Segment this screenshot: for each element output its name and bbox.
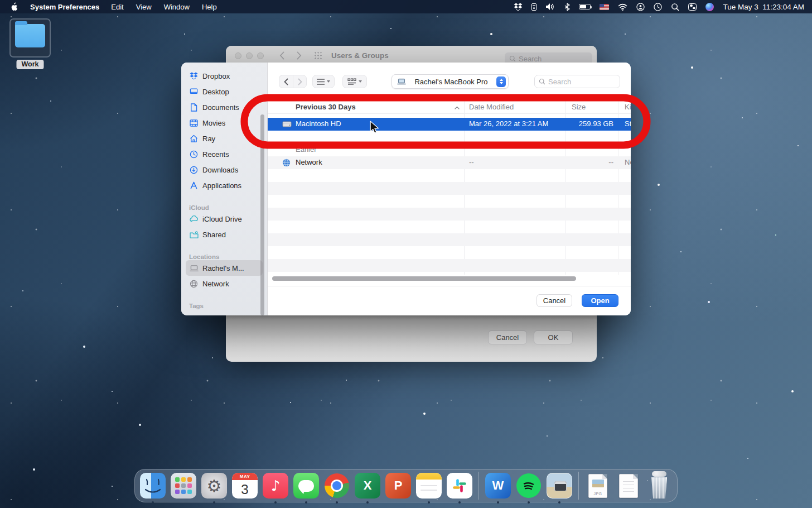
sidebar-item-desktop[interactable]: Desktop bbox=[186, 84, 263, 99]
dock-item-music[interactable]: ♪ bbox=[263, 473, 288, 499]
dropbox-icon[interactable] bbox=[509, 0, 527, 13]
file-row-network[interactable]: Network -- -- Ne bbox=[268, 156, 631, 169]
dock-item-calendar[interactable]: MAY 3 bbox=[232, 473, 258, 499]
group-header-previous-30-days[interactable]: Previous 30 Days bbox=[296, 103, 356, 111]
sidebar-item-icloud-drive[interactable]: iCloud Drive bbox=[186, 211, 263, 227]
clock-icon[interactable] bbox=[649, 0, 666, 13]
sidebar-item-documents[interactable]: Documents bbox=[186, 99, 263, 115]
list-view-icon bbox=[317, 79, 325, 85]
dock-item-screenshot-preview[interactable] bbox=[547, 473, 572, 499]
document-icon bbox=[189, 103, 199, 112]
spotlight-search-icon[interactable] bbox=[666, 0, 684, 13]
dock-item-csv-file[interactable] bbox=[616, 473, 641, 499]
dock-item-slack[interactable] bbox=[447, 473, 472, 499]
file-name: Macintosh HD bbox=[296, 119, 341, 128]
jpg-label: JPG bbox=[589, 492, 607, 496]
word-icon: W bbox=[485, 473, 511, 499]
dialog-search-field[interactable] bbox=[534, 75, 620, 88]
file-row-macintosh-hd[interactable]: Macintosh HD Mar 26, 2022 at 3:21 AM 259… bbox=[268, 118, 631, 131]
menu-edit[interactable]: Edit bbox=[105, 0, 129, 13]
horizontal-scrollbar[interactable] bbox=[272, 276, 576, 281]
file-kind: St bbox=[625, 119, 631, 128]
control-center-icon[interactable] bbox=[684, 0, 701, 13]
location-popup-button[interactable]: Rachel's MacBook Pro bbox=[392, 74, 509, 89]
dock-item-launchpad[interactable] bbox=[171, 473, 196, 499]
menu-bar-clock[interactable]: Tue May 3 11:23:04 AM bbox=[718, 3, 812, 11]
dock-item-word[interactable]: W bbox=[485, 473, 511, 499]
app-menu-title[interactable]: System Preferences bbox=[25, 0, 105, 13]
bg-ok-button[interactable]: OK bbox=[534, 330, 573, 344]
sidebar-item-applications[interactable]: Applications bbox=[186, 178, 263, 193]
empty-row-stripe bbox=[268, 233, 631, 246]
excel-icon: X bbox=[355, 473, 380, 499]
notes-icon bbox=[416, 473, 442, 499]
dock-item-finder[interactable] bbox=[140, 473, 166, 499]
sidebar-item-home-ray[interactable]: Ray bbox=[186, 131, 263, 146]
sidebar-item-dropbox[interactable]: Dropbox bbox=[186, 68, 263, 84]
dock-item-powerpoint[interactable]: P bbox=[385, 473, 411, 499]
column-header-size[interactable]: Size bbox=[572, 103, 586, 111]
column-header-date-modified[interactable]: Date Modified bbox=[469, 103, 514, 111]
menu-help[interactable]: Help bbox=[196, 0, 223, 13]
open-button[interactable]: Open bbox=[582, 294, 618, 307]
music-icon: ♪ bbox=[263, 473, 288, 499]
volume-icon[interactable] bbox=[541, 0, 560, 13]
sidebar-item-movies[interactable]: Movies bbox=[186, 115, 263, 131]
sidebar-item-downloads[interactable]: Downloads bbox=[186, 162, 263, 178]
pill-bottle-icon[interactable] bbox=[527, 0, 541, 13]
sidebar-item-label: Ray bbox=[202, 135, 215, 143]
wifi-icon[interactable] bbox=[613, 0, 632, 13]
battery-icon[interactable] bbox=[574, 0, 595, 13]
sort-chevron-icon[interactable] bbox=[455, 106, 460, 109]
bg-cancel-button[interactable]: Cancel bbox=[488, 330, 527, 344]
system-preferences-icon: ⚙ bbox=[201, 473, 227, 499]
us-flag-icon[interactable] bbox=[595, 0, 613, 13]
sidebar-item-shared[interactable]: Shared bbox=[186, 227, 263, 242]
search-placeholder: Search bbox=[519, 55, 542, 63]
siri-icon[interactable] bbox=[701, 0, 718, 13]
dock-item-trash[interactable] bbox=[646, 473, 672, 499]
back-button[interactable] bbox=[279, 75, 293, 88]
dock-item-excel[interactable]: X bbox=[355, 473, 380, 499]
calendar-day-label: 3 bbox=[232, 481, 258, 499]
clock-icon bbox=[189, 150, 199, 159]
dock-item-system-preferences[interactable]: ⚙ bbox=[201, 473, 227, 499]
forward-button[interactable] bbox=[293, 75, 307, 88]
close-button[interactable] bbox=[235, 52, 241, 59]
group-view-button[interactable] bbox=[342, 75, 367, 88]
user-circle-icon[interactable] bbox=[632, 0, 649, 13]
dock-item-spotify[interactable] bbox=[516, 473, 542, 499]
sidebar-item-label: Network bbox=[202, 280, 229, 288]
show-all-grid-icon[interactable] bbox=[314, 51, 322, 60]
list-header-row: Previous 30 Days Date Modified Size Ki bbox=[268, 100, 631, 114]
file-name: Network bbox=[296, 158, 322, 166]
cancel-button[interactable]: Cancel bbox=[536, 294, 572, 307]
dock-item-notes[interactable] bbox=[416, 473, 442, 499]
desktop-icon-label: Work bbox=[16, 60, 44, 69]
zoom-button[interactable] bbox=[257, 52, 264, 59]
dock-item-chrome[interactable] bbox=[324, 473, 350, 499]
back-chevron-icon[interactable] bbox=[279, 51, 284, 60]
sidebar-item-label: Shared bbox=[202, 231, 226, 239]
forward-chevron-icon[interactable] bbox=[297, 51, 302, 60]
csv-file-icon bbox=[616, 473, 641, 499]
desktop-icon-work[interactable]: Work bbox=[9, 18, 51, 70]
bluetooth-icon[interactable] bbox=[560, 0, 574, 13]
sidebar-section-icloud: iCloud bbox=[189, 201, 259, 211]
sidebar-item-network[interactable]: Network bbox=[186, 276, 263, 291]
dialog-footer: Cancel Open bbox=[268, 286, 631, 315]
minimize-button[interactable] bbox=[246, 52, 253, 59]
trash-icon bbox=[646, 473, 672, 499]
menu-view[interactable]: View bbox=[130, 0, 158, 13]
sidebar-scrollbar[interactable] bbox=[260, 114, 264, 315]
sidebar-item-rachels-macbook[interactable]: Rachel's M... bbox=[186, 260, 263, 276]
dock-item-messages[interactable] bbox=[293, 473, 319, 499]
list-view-button[interactable] bbox=[312, 75, 335, 88]
apple-menu[interactable] bbox=[0, 2, 25, 12]
column-header-kind[interactable]: Ki bbox=[625, 103, 631, 111]
search-input[interactable] bbox=[548, 78, 604, 86]
menu-window[interactable]: Window bbox=[158, 0, 196, 13]
sidebar-item-recents[interactable]: Recents bbox=[186, 146, 263, 162]
apple-icon bbox=[10, 2, 18, 12]
dock-item-jpg-file[interactable]: JPG bbox=[585, 473, 611, 499]
